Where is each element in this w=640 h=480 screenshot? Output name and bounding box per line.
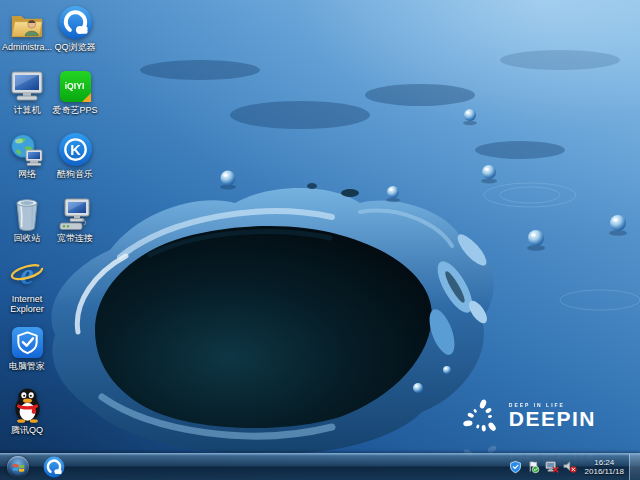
pc-manager-tray-icon[interactable]: [509, 460, 523, 475]
start-button[interactable]: [7, 456, 29, 478]
icon-label: Administra...: [2, 42, 52, 52]
network-disconnected-icon[interactable]: [545, 460, 559, 475]
icon-label: Internet Explorer: [0, 294, 55, 314]
qq-penguin-icon: [12, 387, 43, 423]
show-desktop-button[interactable]: [629, 454, 640, 480]
action-center-flag-icon[interactable]: [527, 460, 541, 475]
icon-label: 电脑管家: [9, 361, 45, 371]
taskbar-qq-browser-button[interactable]: [42, 455, 66, 479]
icon-label: 酷狗音乐: [57, 169, 93, 179]
desktop-icon-qq-browser[interactable]: QQ浏览器: [49, 4, 101, 52]
brand-name: DEEPIN: [509, 408, 596, 430]
windows-flag-icon: [12, 461, 25, 474]
clock-date: 2016/11/18: [585, 467, 624, 476]
brand-tagline: DEEP IN LIFE: [509, 402, 596, 408]
icon-label: 网络: [18, 169, 36, 179]
qq-browser-icon: [58, 4, 93, 40]
svg-text:K: K: [70, 142, 81, 158]
network-globe-icon: [10, 131, 44, 167]
desktop-icon-internet-explorer[interactable]: e Internet Explorer: [1, 256, 53, 314]
desktop-icon-pc-manager[interactable]: 电脑管家: [1, 323, 53, 371]
icon-label: 爱奇艺PPS: [52, 105, 97, 115]
system-tray: [509, 460, 577, 475]
qq-browser-icon: [43, 456, 65, 478]
taskbar: 16:24 2016/11/18: [0, 453, 640, 480]
recycle-bin-icon: [13, 195, 41, 231]
icon-label: 腾讯QQ: [11, 425, 43, 435]
deepin-logo-icon: [461, 394, 501, 438]
icon-label: QQ浏览器: [54, 42, 95, 52]
desktop-icon-recycle-bin[interactable]: 回收站: [1, 195, 53, 243]
desktop-icon-computer[interactable]: 计算机: [1, 67, 53, 115]
svg-text:iQIYI: iQIYI: [64, 81, 84, 91]
user-folder-icon: [10, 4, 44, 40]
desktop-icon-iqiyi-pps[interactable]: iQIYI 爱奇艺PPS: [49, 67, 101, 115]
icon-label: 计算机: [14, 105, 41, 115]
pc-manager-icon: [11, 323, 44, 359]
icon-label: 宽带连接: [57, 233, 93, 243]
internet-explorer-icon: e: [9, 256, 45, 292]
svg-text:e: e: [20, 258, 33, 291]
desktop-icon-tencent-qq[interactable]: 腾讯QQ: [1, 387, 53, 435]
icon-label: 回收站: [14, 233, 41, 243]
desktop-icon-administrator[interactable]: Administra...: [1, 4, 53, 52]
water-droplets: [220, 109, 627, 393]
desktop-icon-kugou-music[interactable]: K 酷狗音乐: [49, 131, 101, 179]
volume-muted-icon[interactable]: [563, 460, 577, 475]
desktop: DEEP IN LIFE DEEPIN DEEPIN Administra...: [0, 0, 640, 480]
desktop-icon-network[interactable]: 网络: [1, 131, 53, 179]
broadband-connection-icon: [58, 195, 92, 231]
desktop-icon-broadband[interactable]: 宽带连接: [49, 195, 101, 243]
iqiyi-icon: iQIYI: [59, 67, 92, 103]
computer-icon: [10, 67, 44, 103]
deepin-branding: DEEP IN LIFE DEEPIN: [461, 394, 596, 438]
taskbar-clock[interactable]: 16:24 2016/11/18: [585, 458, 624, 476]
clock-time: 16:24: [585, 458, 624, 467]
kugou-icon: K: [58, 131, 93, 167]
